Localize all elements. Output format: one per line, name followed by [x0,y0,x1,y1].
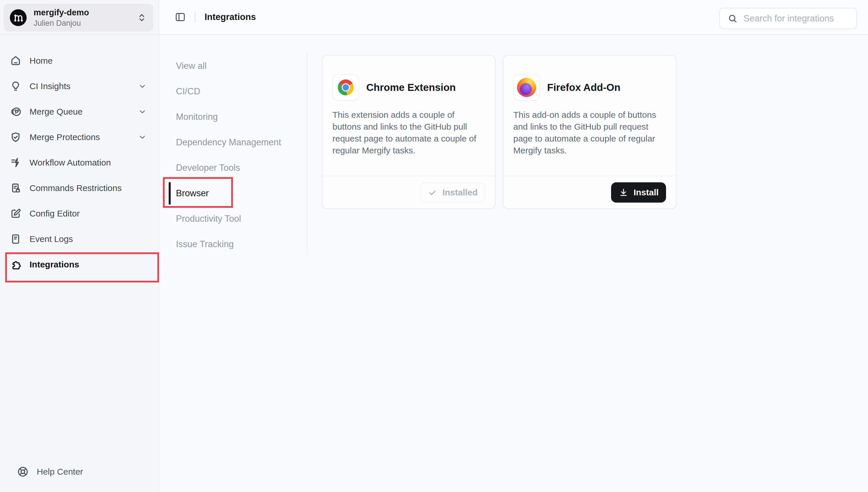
content-header: Integrations [159,0,868,35]
chrome-logo-icon [336,78,355,97]
header-divider [195,11,195,23]
category-productivity-tool[interactable]: Productivity Tool [176,213,241,225]
category-dependency-management[interactable]: Dependency Management [176,136,281,149]
panel-left-icon [175,11,186,23]
integration-title: Firefox Add-On [547,74,620,101]
category-divider [307,53,307,255]
install-button[interactable]: Install [611,182,666,203]
sidebar-item-commands-restrictions[interactable]: Commands Restrictions [0,179,158,197]
firefox-logo-icon [517,78,536,97]
sidebar-item-merge-queue[interactable]: Merge Queue [0,102,158,121]
category-ci-cd[interactable]: CI/CD [176,85,200,98]
sidebar-nav: Home CI Insights [0,51,158,281]
active-category-indicator [169,182,171,205]
up-down-chevrons-icon [136,13,147,23]
sidebar-header: mergify-demo Julien Danjou [0,0,158,35]
chevron-down-icon[interactable] [138,82,147,91]
check-icon [428,188,437,197]
help-center-link[interactable]: Help Center [17,465,83,478]
sidebar-item-workflow-automation[interactable]: Workflow Automation [0,153,158,172]
sidebar-item-integrations[interactable]: Integrations [0,255,158,274]
lifebuoy-icon [17,465,29,478]
sidebar-item-label: Workflow Automation [29,158,111,168]
sidebar-item-merge-protections[interactable]: Merge Protections [0,128,158,146]
sidebar-item-home[interactable]: Home [0,51,158,70]
category-developer-tools[interactable]: Developer Tools [176,162,240,174]
sidebar-item-config-editor[interactable]: Config Editor [0,204,158,223]
sidebar-item-label: Merge Queue [29,107,82,117]
integration-description: This add-on adds a couple of buttons and… [513,109,671,156]
chevron-down-icon[interactable] [138,107,147,116]
sidebar-item-label: CI Insights [29,81,71,91]
merge-queue-icon [9,106,22,118]
sidebar-item-label: Merge Protections [29,132,100,142]
sidebar-item-label: Home [29,56,53,66]
integration-card-chrome: Chrome Extension This extension adds a c… [322,55,495,209]
search-input[interactable] [744,13,849,24]
category-monitoring[interactable]: Monitoring [176,110,218,123]
org-name: mergify-demo [33,8,89,17]
home-icon [9,55,22,67]
org-user: Julien Danjou [33,19,89,28]
integration-title: Chrome Extension [366,74,456,101]
integration-description: This extension adds a couple of buttons … [332,109,490,156]
integration-logo-tile [332,74,359,101]
content-body: View all CI/CD Monitoring Dependency Man… [159,35,868,492]
integration-logo-tile [513,74,540,101]
sidebar-toggle-button[interactable] [175,11,186,23]
chevron-down-icon[interactable] [138,132,147,142]
category-browser[interactable]: Browser [176,187,209,200]
sidebar-item-label: Integrations [29,260,79,269]
sidebar-item-label: Config Editor [29,209,80,219]
page-title: Integrations [205,12,256,22]
workflow-zap-icon [9,156,22,169]
installed-button-label: Installed [442,188,478,197]
document-lines-icon [9,233,22,245]
install-button-label: Install [634,188,659,197]
sidebar-item-event-logs[interactable]: Event Logs [0,230,158,248]
installed-button[interactable]: Installed [420,182,485,202]
edit-square-icon [9,207,22,220]
sidebar-item-label: Event Logs [29,234,73,244]
card-footer: Install [504,176,676,208]
search-box [719,8,857,29]
lightbulb-icon [9,80,22,92]
category-view-all[interactable]: View all [176,59,207,72]
org-switcher[interactable]: mergify-demo Julien Danjou [3,4,153,31]
card-footer: Installed [323,176,495,208]
main-content: Integrations View all CI/CD Monitoring D… [159,0,868,492]
search-icon [727,13,738,24]
sidebar-item-ci-insights[interactable]: CI Insights [0,77,158,96]
puzzle-icon [9,259,22,271]
download-icon [619,188,629,197]
sidebar: mergify-demo Julien Danjou Home [0,0,159,492]
shield-check-icon [9,131,22,143]
integration-card-firefox: Firefox Add-On This add-on adds a couple… [503,55,676,209]
document-lock-icon [9,182,22,194]
mergify-logo [10,9,27,26]
help-center-label: Help Center [37,467,83,477]
category-issue-tracking[interactable]: Issue Tracking [176,238,234,251]
sidebar-item-label: Commands Restrictions [29,183,122,193]
